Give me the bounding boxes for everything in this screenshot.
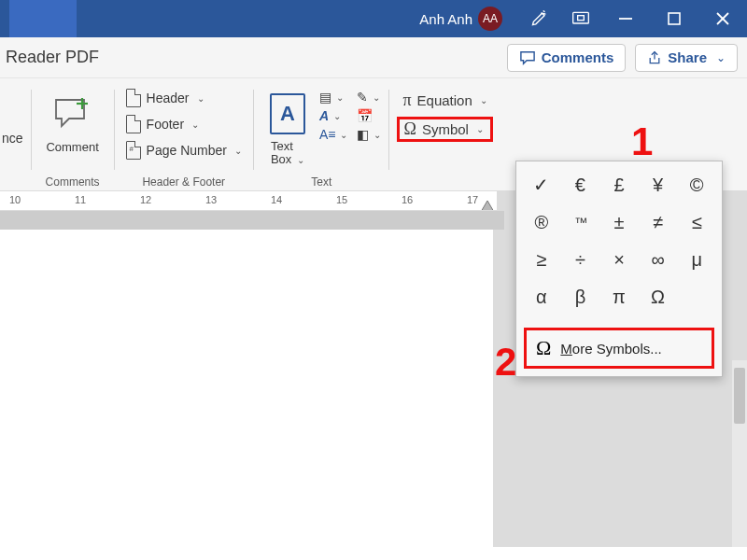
symbol-cell[interactable]: £ (601, 171, 637, 199)
svg-rect-1 (578, 16, 585, 21)
chevron-down-icon: ⌄ (716, 51, 726, 64)
svg-marker-8 (481, 201, 494, 211)
vertical-scrollbar[interactable] (732, 360, 747, 547)
symbol-label: Symbol (422, 121, 469, 137)
parts-icon: ▤ (319, 90, 331, 105)
svg-rect-0 (573, 12, 589, 23)
dropcap-icon: A≡ (319, 127, 336, 142)
window-mode-icon[interactable] (560, 0, 601, 37)
object-icon: ◧ (357, 127, 369, 142)
symbol-cell[interactable]: ± (601, 208, 637, 236)
symbol-cell[interactable]: € (563, 171, 599, 199)
share-button[interactable]: Share ⌄ (635, 44, 738, 72)
group-label-text: Text (311, 175, 331, 189)
speech-bubble-icon (519, 50, 536, 65)
ruler-num: 16 (402, 194, 413, 205)
page-icon (126, 115, 141, 133)
comments-button-label: Comments (542, 49, 614, 65)
document-page[interactable] (0, 230, 493, 547)
omega-icon: Ω (536, 336, 551, 360)
chevron-down-icon: ⌄ (374, 130, 381, 140)
chevron-down-icon: ⌄ (373, 92, 380, 103)
symbol-cell-check[interactable]: ✓ (524, 171, 559, 199)
drop-cap-button[interactable]: A≡⌄ (319, 127, 348, 142)
comments-button[interactable]: Comments (507, 44, 627, 72)
ruler-num: 12 (140, 194, 151, 205)
pen-icon[interactable] (519, 0, 560, 37)
symbol-cell[interactable]: ÷ (563, 245, 599, 273)
symbol-grid: ✓ € £ ¥ © ® ™ ± ≠ ≤ ≥ ÷ × ∞ μ α β π Ω (524, 171, 714, 311)
window-titlebar: Anh Anh AA (0, 0, 747, 37)
ribbon-group-symbols: π Equation ⌄ Ω Symbol ⌄ (389, 84, 500, 190)
annotation-callout-1: 1 (631, 119, 653, 164)
share-button-label: Share (668, 49, 707, 65)
symbol-button[interactable]: Ω Symbol ⌄ (397, 117, 492, 142)
symbol-cell[interactable]: ≠ (641, 208, 676, 236)
actions-row: Reader PDF Comments Share ⌄ (0, 37, 747, 78)
header-button[interactable]: Header ⌄ (122, 88, 246, 108)
group-label-hf: Header & Footer (142, 175, 225, 189)
equation-button[interactable]: π Equation ⌄ (397, 90, 492, 111)
text-box-button[interactable]: A TextBox ⌄ (261, 88, 314, 167)
more-symbols-button[interactable]: Ω More Symbols... (524, 328, 714, 369)
chevron-down-icon: ⌄ (234, 146, 242, 156)
signature-line-button[interactable]: ✎⌄ (357, 90, 381, 105)
more-symbols-label: More Symbols... (560, 341, 661, 357)
header-label: Header (147, 91, 190, 105)
annotation-callout-2: 2 (495, 340, 516, 385)
share-icon (647, 50, 662, 65)
date-time-button[interactable]: 📅 (357, 108, 381, 123)
symbol-cell[interactable]: © (679, 171, 714, 199)
chevron-down-icon: ⌄ (480, 95, 487, 105)
page-number-label: Page Number (147, 143, 227, 158)
titlebar-left-block (9, 0, 77, 37)
wordart-button[interactable]: A⌄ (319, 108, 348, 123)
symbol-cell[interactable]: β (563, 283, 599, 311)
text-box-icon: A (270, 93, 305, 134)
symbol-cell[interactable]: ¥ (641, 171, 676, 199)
chevron-down-icon: ⌄ (191, 119, 199, 130)
tab-reader-pdf[interactable]: Reader PDF (6, 48, 99, 67)
symbol-cell[interactable]: × (601, 245, 637, 273)
quick-parts-button[interactable]: ▤⌄ (319, 90, 348, 105)
symbol-cell[interactable]: ∞ (641, 245, 676, 273)
chevron-down-icon: ⌄ (336, 92, 344, 103)
close-icon[interactable] (698, 0, 747, 37)
page-icon (126, 89, 141, 107)
user-avatar[interactable]: AA (478, 7, 502, 31)
margin-marker-icon[interactable] (481, 201, 494, 211)
chevron-down-icon: ⌄ (340, 130, 347, 140)
maximize-icon[interactable] (650, 0, 698, 37)
pi-icon: π (402, 91, 411, 110)
signature-icon: ✎ (357, 90, 368, 105)
cut-label: nce (2, 131, 23, 146)
new-comment-button[interactable]: Comment (39, 88, 106, 154)
object-button[interactable]: ◧⌄ (357, 127, 381, 142)
wordart-icon: A (319, 108, 329, 123)
text-box-label-2: Box (271, 152, 291, 166)
symbol-cell[interactable]: α (524, 283, 559, 311)
text-box-label-1: Text (271, 139, 293, 153)
symbol-cell[interactable]: π (601, 283, 637, 311)
group-label-comments: Comments (46, 175, 100, 189)
ruler-num: 10 (9, 194, 21, 205)
symbol-cell[interactable]: Ω (641, 283, 676, 311)
symbol-cell[interactable]: ® (524, 208, 559, 236)
equation-label: Equation (417, 92, 472, 108)
page-number-button[interactable]: # Page Number ⌄ (122, 140, 246, 161)
user-name: Anh Anh (419, 11, 472, 27)
omega-icon: Ω (403, 119, 416, 139)
symbol-cell[interactable]: ≥ (524, 245, 559, 273)
ruler-num: 11 (75, 194, 86, 205)
scrollbar-thumb[interactable] (734, 368, 745, 424)
symbol-cell[interactable]: μ (679, 245, 714, 273)
text-mini-grid: ▤⌄ ✎⌄ A⌄ 📅 A≡⌄ ◧⌄ (319, 88, 382, 142)
symbol-cell[interactable]: ≤ (679, 208, 714, 236)
ruler-num: 17 (467, 194, 478, 205)
footer-button[interactable]: Footer ⌄ (122, 114, 246, 134)
ribbon-group-text: A TextBox ⌄ ▤⌄ ✎⌄ A⌄ 📅 A≡⌄ ◧⌄ Text (254, 84, 389, 190)
chevron-down-icon: ⌄ (197, 93, 204, 104)
symbol-cell[interactable]: ™ (563, 208, 599, 236)
minimize-icon[interactable] (601, 0, 650, 37)
ruler-num: 14 (271, 194, 282, 205)
